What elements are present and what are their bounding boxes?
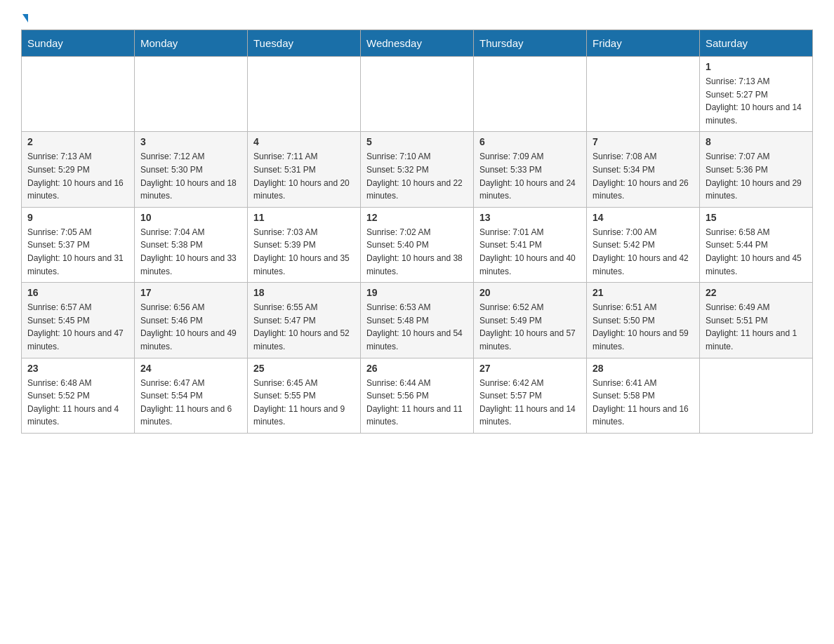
calendar-cell bbox=[474, 57, 587, 132]
calendar-week-row: 2Sunrise: 7:13 AMSunset: 5:29 PMDaylight… bbox=[22, 132, 813, 207]
calendar-week-row: 23Sunrise: 6:48 AMSunset: 5:52 PMDayligh… bbox=[22, 358, 813, 433]
calendar-cell bbox=[361, 57, 474, 132]
calendar-cell: 14Sunrise: 7:00 AMSunset: 5:42 PMDayligh… bbox=[587, 207, 700, 282]
day-number: 7 bbox=[593, 136, 694, 147]
page-header bbox=[21, 14, 813, 22]
day-info: Sunrise: 7:12 AMSunset: 5:30 PMDaylight:… bbox=[140, 150, 241, 202]
weekday-header-tuesday: Tuesday bbox=[248, 30, 361, 57]
day-number: 10 bbox=[140, 212, 241, 223]
calendar-cell: 22Sunrise: 6:49 AMSunset: 5:51 PMDayligh… bbox=[700, 283, 813, 358]
calendar-cell: 8Sunrise: 7:07 AMSunset: 5:36 PMDaylight… bbox=[700, 132, 813, 207]
day-info: Sunrise: 6:45 AMSunset: 5:55 PMDaylight:… bbox=[253, 377, 355, 429]
calendar-cell: 6Sunrise: 7:09 AMSunset: 5:33 PMDaylight… bbox=[474, 132, 587, 207]
calendar-table: SundayMondayTuesdayWednesdayThursdayFrid… bbox=[21, 29, 813, 434]
day-info: Sunrise: 7:10 AMSunset: 5:32 PMDaylight:… bbox=[366, 150, 468, 202]
weekday-header-monday: Monday bbox=[135, 30, 248, 57]
day-number: 16 bbox=[27, 287, 128, 298]
weekday-header-friday: Friday bbox=[587, 30, 700, 57]
day-number: 4 bbox=[253, 136, 355, 147]
calendar-cell: 18Sunrise: 6:55 AMSunset: 5:47 PMDayligh… bbox=[248, 283, 361, 358]
calendar-cell bbox=[248, 57, 361, 132]
day-number: 18 bbox=[253, 287, 355, 298]
day-number: 25 bbox=[253, 363, 355, 374]
day-info: Sunrise: 7:05 AMSunset: 5:37 PMDaylight:… bbox=[27, 226, 128, 278]
day-info: Sunrise: 7:00 AMSunset: 5:42 PMDaylight:… bbox=[593, 226, 694, 278]
calendar-cell: 27Sunrise: 6:42 AMSunset: 5:57 PMDayligh… bbox=[474, 358, 587, 433]
weekday-header-saturday: Saturday bbox=[700, 30, 813, 57]
day-number: 17 bbox=[140, 287, 241, 298]
calendar-cell: 9Sunrise: 7:05 AMSunset: 5:37 PMDaylight… bbox=[22, 207, 135, 282]
day-number: 20 bbox=[479, 287, 581, 298]
weekday-header-thursday: Thursday bbox=[474, 30, 587, 57]
day-info: Sunrise: 6:57 AMSunset: 5:45 PMDaylight:… bbox=[27, 301, 128, 353]
day-info: Sunrise: 7:07 AMSunset: 5:36 PMDaylight:… bbox=[706, 150, 807, 202]
calendar-cell: 7Sunrise: 7:08 AMSunset: 5:34 PMDaylight… bbox=[587, 132, 700, 207]
calendar-cell: 20Sunrise: 6:52 AMSunset: 5:49 PMDayligh… bbox=[474, 283, 587, 358]
weekday-header-row: SundayMondayTuesdayWednesdayThursdayFrid… bbox=[22, 30, 813, 57]
day-info: Sunrise: 6:52 AMSunset: 5:49 PMDaylight:… bbox=[479, 301, 581, 353]
day-info: Sunrise: 7:13 AMSunset: 5:29 PMDaylight:… bbox=[27, 150, 128, 202]
day-info: Sunrise: 7:08 AMSunset: 5:34 PMDaylight:… bbox=[593, 150, 694, 202]
day-info: Sunrise: 7:09 AMSunset: 5:33 PMDaylight:… bbox=[479, 150, 581, 202]
calendar-cell: 21Sunrise: 6:51 AMSunset: 5:50 PMDayligh… bbox=[587, 283, 700, 358]
day-info: Sunrise: 6:42 AMSunset: 5:57 PMDaylight:… bbox=[479, 377, 581, 429]
day-number: 19 bbox=[366, 287, 468, 298]
day-number: 8 bbox=[706, 136, 807, 147]
day-info: Sunrise: 6:41 AMSunset: 5:58 PMDaylight:… bbox=[593, 377, 694, 429]
calendar-week-row: 16Sunrise: 6:57 AMSunset: 5:45 PMDayligh… bbox=[22, 283, 813, 358]
day-info: Sunrise: 7:01 AMSunset: 5:41 PMDaylight:… bbox=[479, 226, 581, 278]
day-info: Sunrise: 7:02 AMSunset: 5:40 PMDaylight:… bbox=[366, 226, 468, 278]
day-number: 26 bbox=[366, 363, 468, 374]
logo-triangle-icon bbox=[22, 14, 28, 22]
day-info: Sunrise: 7:13 AMSunset: 5:27 PMDaylight:… bbox=[706, 75, 807, 127]
calendar-cell: 1Sunrise: 7:13 AMSunset: 5:27 PMDaylight… bbox=[700, 57, 813, 132]
day-number: 9 bbox=[27, 212, 128, 223]
calendar-cell bbox=[587, 57, 700, 132]
day-info: Sunrise: 6:51 AMSunset: 5:50 PMDaylight:… bbox=[593, 301, 694, 353]
day-info: Sunrise: 6:47 AMSunset: 5:54 PMDaylight:… bbox=[140, 377, 241, 429]
day-info: Sunrise: 6:48 AMSunset: 5:52 PMDaylight:… bbox=[27, 377, 128, 429]
calendar-cell: 24Sunrise: 6:47 AMSunset: 5:54 PMDayligh… bbox=[135, 358, 248, 433]
day-number: 28 bbox=[593, 363, 694, 374]
weekday-header-wednesday: Wednesday bbox=[361, 30, 474, 57]
day-number: 12 bbox=[366, 212, 468, 223]
day-number: 3 bbox=[140, 136, 241, 147]
calendar-cell: 17Sunrise: 6:56 AMSunset: 5:46 PMDayligh… bbox=[135, 283, 248, 358]
day-number: 15 bbox=[706, 212, 807, 223]
calendar-week-row: 1Sunrise: 7:13 AMSunset: 5:27 PMDaylight… bbox=[22, 57, 813, 132]
weekday-header-sunday: Sunday bbox=[22, 30, 135, 57]
day-info: Sunrise: 6:55 AMSunset: 5:47 PMDaylight:… bbox=[253, 301, 355, 353]
calendar-cell: 23Sunrise: 6:48 AMSunset: 5:52 PMDayligh… bbox=[22, 358, 135, 433]
calendar-cell: 10Sunrise: 7:04 AMSunset: 5:38 PMDayligh… bbox=[135, 207, 248, 282]
calendar-cell: 25Sunrise: 6:45 AMSunset: 5:55 PMDayligh… bbox=[248, 358, 361, 433]
calendar-cell: 16Sunrise: 6:57 AMSunset: 5:45 PMDayligh… bbox=[22, 283, 135, 358]
calendar-cell bbox=[135, 57, 248, 132]
calendar-cell: 5Sunrise: 7:10 AMSunset: 5:32 PMDaylight… bbox=[361, 132, 474, 207]
calendar-cell: 13Sunrise: 7:01 AMSunset: 5:41 PMDayligh… bbox=[474, 207, 587, 282]
calendar-cell: 2Sunrise: 7:13 AMSunset: 5:29 PMDaylight… bbox=[22, 132, 135, 207]
day-info: Sunrise: 6:58 AMSunset: 5:44 PMDaylight:… bbox=[706, 226, 807, 278]
day-number: 24 bbox=[140, 363, 241, 374]
calendar-cell bbox=[700, 358, 813, 433]
day-number: 11 bbox=[253, 212, 355, 223]
day-info: Sunrise: 6:49 AMSunset: 5:51 PMDaylight:… bbox=[706, 301, 807, 353]
calendar-cell: 26Sunrise: 6:44 AMSunset: 5:56 PMDayligh… bbox=[361, 358, 474, 433]
day-number: 2 bbox=[27, 136, 128, 147]
day-info: Sunrise: 6:56 AMSunset: 5:46 PMDaylight:… bbox=[140, 301, 241, 353]
calendar-cell: 28Sunrise: 6:41 AMSunset: 5:58 PMDayligh… bbox=[587, 358, 700, 433]
calendar-cell: 11Sunrise: 7:03 AMSunset: 5:39 PMDayligh… bbox=[248, 207, 361, 282]
day-number: 13 bbox=[479, 212, 581, 223]
day-number: 14 bbox=[593, 212, 694, 223]
day-info: Sunrise: 7:11 AMSunset: 5:31 PMDaylight:… bbox=[253, 150, 355, 202]
calendar-cell: 3Sunrise: 7:12 AMSunset: 5:30 PMDaylight… bbox=[135, 132, 248, 207]
calendar-cell: 19Sunrise: 6:53 AMSunset: 5:48 PMDayligh… bbox=[361, 283, 474, 358]
day-number: 27 bbox=[479, 363, 581, 374]
day-number: 22 bbox=[706, 287, 807, 298]
day-number: 1 bbox=[706, 61, 807, 72]
calendar-cell: 4Sunrise: 7:11 AMSunset: 5:31 PMDaylight… bbox=[248, 132, 361, 207]
day-number: 21 bbox=[593, 287, 694, 298]
day-info: Sunrise: 7:04 AMSunset: 5:38 PMDaylight:… bbox=[140, 226, 241, 278]
day-number: 6 bbox=[479, 136, 581, 147]
day-number: 5 bbox=[366, 136, 468, 147]
day-info: Sunrise: 6:44 AMSunset: 5:56 PMDaylight:… bbox=[366, 377, 468, 429]
